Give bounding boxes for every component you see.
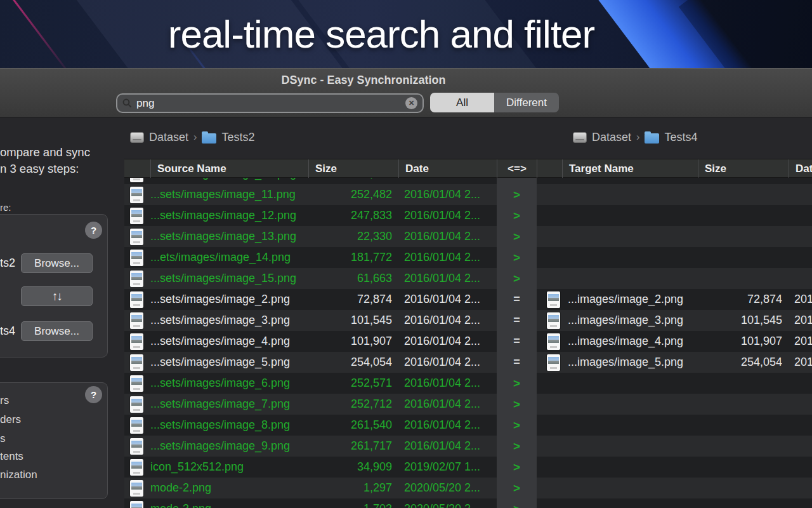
table-row[interactable]: mode-3.png 1,703 2020/05/20 2... > [124, 498, 812, 508]
source-icon-cell [124, 417, 150, 434]
table-row[interactable]: ...sets/images/image_2.png 72,874 2016/0… [124, 289, 812, 310]
sync-direction-cell[interactable]: > [497, 498, 537, 508]
source-icon-cell [124, 229, 150, 245]
filter-segmented-control: All Different [430, 93, 559, 112]
filter-all-button[interactable]: All [430, 93, 494, 112]
help-button[interactable]: ? [85, 386, 102, 403]
table-row[interactable]: icon_512x512.png 34,909 2019/02/07 1... … [124, 457, 812, 478]
option-line-fragment[interactable]: rs [0, 394, 9, 407]
header-source-name[interactable]: Source Name [150, 159, 308, 178]
sync-direction-cell[interactable]: = [497, 352, 537, 373]
table-row[interactable]: ...sets/images/image_7.png 252,712 2016/… [124, 394, 812, 415]
target-name-cell: ...images/image_4.png [562, 335, 698, 348]
source-name-cell: ...sets/images/image_3.png [150, 314, 308, 327]
source-size-cell: 254,054 [308, 356, 398, 369]
source-date-cell: 2016/01/04 2... [398, 178, 497, 180]
swap-button[interactable]: ↑↓ [21, 286, 93, 306]
browse-source-button[interactable]: Browse... [21, 253, 93, 273]
help-button[interactable]: ? [85, 222, 102, 239]
header-target-date[interactable]: Date [789, 159, 812, 178]
target-date-cell: 2016/01/04 2... [789, 314, 812, 327]
table-row[interactable]: ...sets/images/image_6.png 252,571 2016/… [124, 373, 812, 394]
source-size-cell: 22,330 [308, 230, 398, 243]
header-source-size[interactable]: Size [308, 159, 398, 178]
sync-direction-cell[interactable]: > [497, 394, 537, 415]
drive-icon [130, 132, 144, 143]
option-line-fragment[interactable]: tents [0, 450, 23, 463]
table-row[interactable]: ...sets/images/image_3.png 101,545 2016/… [124, 310, 812, 331]
table-row[interactable]: ...sets/images/image_11.png 252,482 2016… [124, 184, 812, 205]
sync-direction-cell[interactable]: > [497, 205, 537, 226]
header-target-name[interactable]: Target Name [562, 159, 698, 178]
sync-direction-cell[interactable]: > [497, 415, 537, 436]
table-row[interactable]: ...sets/images/image_9.png 261,717 2016/… [124, 436, 812, 457]
table-row[interactable]: ...sets/images/image_4.png 101,907 2016/… [124, 331, 812, 352]
table-row[interactable]: ...sets/images/image_10.png 251,208 2016… [124, 178, 812, 184]
filter-different-button[interactable]: Different [494, 93, 559, 112]
source-icon-cell [124, 271, 150, 287]
sync-direction-cell[interactable]: = [497, 331, 537, 352]
sync-direction-cell[interactable]: > [497, 268, 537, 289]
png-file-icon [130, 333, 143, 350]
sync-direction-cell[interactable]: = [497, 289, 537, 310]
sync-direction-cell[interactable]: > [497, 184, 537, 205]
sidebar-intro-line2: n 3 easy steps: [0, 162, 79, 176]
table-row[interactable]: ...sets/images/image_13.png 22,330 2016/… [124, 226, 812, 247]
source-icon-cell [124, 312, 150, 329]
table-row[interactable]: ...sets/images/image_8.png 261,540 2016/… [124, 415, 812, 436]
source-icon-cell [124, 250, 150, 266]
header-source-icon-col [124, 159, 150, 178]
sync-direction-cell[interactable]: > [497, 226, 537, 247]
breadcrumb-device[interactable]: Dataset [592, 131, 631, 144]
source-date-cell: 2016/01/04 2... [398, 230, 497, 243]
header-source-date[interactable]: Date [398, 159, 497, 178]
target-icon-cell [537, 501, 562, 508]
sync-direction-cell[interactable]: > [497, 478, 537, 498]
browse-target-button[interactable]: Browse... [21, 321, 93, 341]
source-icon-cell [124, 178, 150, 182]
sync-direction-cell[interactable]: > [497, 457, 537, 478]
source-icon-cell [124, 208, 150, 224]
search-icon [122, 98, 132, 108]
header-target-size[interactable]: Size [698, 159, 789, 178]
png-file-icon [130, 229, 143, 245]
option-line-fragment[interactable]: nization [0, 469, 37, 481]
sync-direction-cell[interactable]: > [497, 436, 537, 457]
source-date-cell: 2020/05/20 2... [398, 481, 497, 495]
search-input[interactable] [132, 97, 405, 110]
header-sync-direction[interactable]: <=> [497, 159, 537, 178]
source-name-cell: ...sets/images/image_13.png [150, 230, 308, 243]
source-date-cell: 2016/01/04 2... [398, 188, 497, 201]
breadcrumb-device[interactable]: Dataset [149, 131, 188, 144]
table-row[interactable]: ...sets/images/image_5.png 254,054 2016/… [124, 352, 812, 373]
source-size-cell: 251,208 [308, 178, 398, 180]
png-file-icon [547, 333, 560, 350]
table-row[interactable]: ...sets/images/image_15.png 61,663 2016/… [124, 268, 812, 289]
source-name-cell: mode-2.png [150, 481, 308, 495]
source-name-cell: ...sets/images/image_6.png [150, 377, 308, 390]
sync-direction-cell[interactable]: > [497, 247, 537, 268]
source-size-cell: 247,833 [308, 209, 398, 222]
target-size-cell: 101,545 [698, 314, 789, 327]
table-row[interactable]: ...ets/images/image_14.png 181,772 2016/… [124, 247, 812, 268]
breadcrumb-folder[interactable]: Tests4 [664, 131, 697, 144]
search-field[interactable]: ✕ [116, 93, 424, 113]
source-icon-cell [124, 438, 150, 455]
png-file-icon [130, 438, 143, 455]
table-row[interactable]: mode-2.png 1,297 2020/05/20 2... > [124, 478, 812, 498]
sync-direction-cell[interactable]: = [497, 310, 537, 331]
table-row[interactable]: ...sets/images/image_12.png 247,833 2016… [124, 205, 812, 226]
clear-search-icon[interactable]: ✕ [405, 97, 417, 109]
source-path-fragment[interactable]: ts2 [0, 257, 15, 270]
png-file-icon [130, 271, 143, 287]
sync-direction-cell[interactable]: > [497, 178, 537, 184]
breadcrumb-folder[interactable]: Tests2 [221, 131, 254, 144]
option-line-fragment[interactable]: s [0, 432, 6, 445]
folder-icon [645, 133, 659, 144]
target-name-cell: ...images/image_5.png [562, 356, 698, 369]
option-line-fragment[interactable]: ders [0, 413, 21, 426]
sync-direction-cell[interactable]: > [497, 373, 537, 394]
target-date-cell: 2016/01/04 2... [789, 335, 812, 348]
png-file-icon [130, 208, 143, 224]
target-path-fragment[interactable]: ts4 [0, 324, 15, 338]
